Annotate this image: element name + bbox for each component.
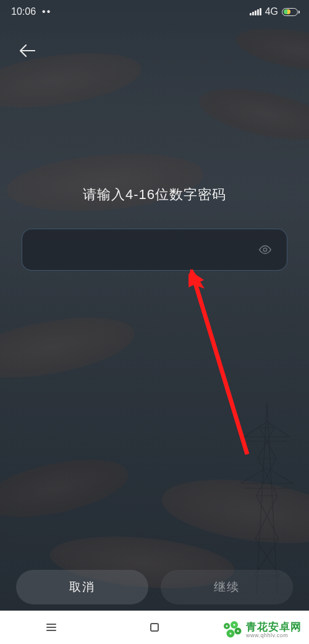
cancel-button[interactable]: 取消 (16, 570, 148, 604)
square-icon (150, 622, 159, 632)
svg-rect-4 (151, 624, 158, 631)
password-input[interactable] (35, 229, 256, 270)
svg-point-0 (263, 248, 267, 252)
back-button[interactable] (17, 41, 37, 61)
cancel-button-label: 取消 (69, 579, 95, 595)
svg-point-11 (237, 630, 239, 632)
eye-icon (258, 243, 272, 256)
status-time: 10:06 (11, 6, 36, 17)
arrow-left-icon (19, 44, 35, 57)
watermark-url: www.qhhlv.com (246, 633, 302, 639)
svg-point-9 (226, 625, 228, 627)
signal-strength-icon (250, 8, 261, 15)
svg-point-10 (234, 624, 235, 626)
watermark-logo-icon (222, 620, 243, 641)
menu-icon (46, 622, 57, 633)
status-bar: 10:06 •• 4G (0, 0, 309, 23)
continue-button[interactable]: 继续 (161, 570, 293, 604)
battery-icon (282, 8, 298, 16)
watermark: 青花安卓网 www.qhhlv.com (222, 620, 302, 641)
status-notification-dots: •• (42, 6, 51, 17)
nav-recent-button[interactable] (39, 615, 64, 640)
continue-button-label: 继续 (214, 579, 240, 595)
svg-point-12 (230, 633, 232, 635)
network-type: 4G (265, 6, 278, 17)
password-prompt-label: 请输入4-16位数字密码 (83, 185, 226, 204)
watermark-title: 青花安卓网 (246, 622, 302, 633)
nav-home-button[interactable] (142, 615, 167, 640)
dim-overlay (0, 0, 309, 644)
password-input-container[interactable] (22, 229, 287, 271)
toggle-password-visibility-button[interactable] (256, 240, 274, 259)
